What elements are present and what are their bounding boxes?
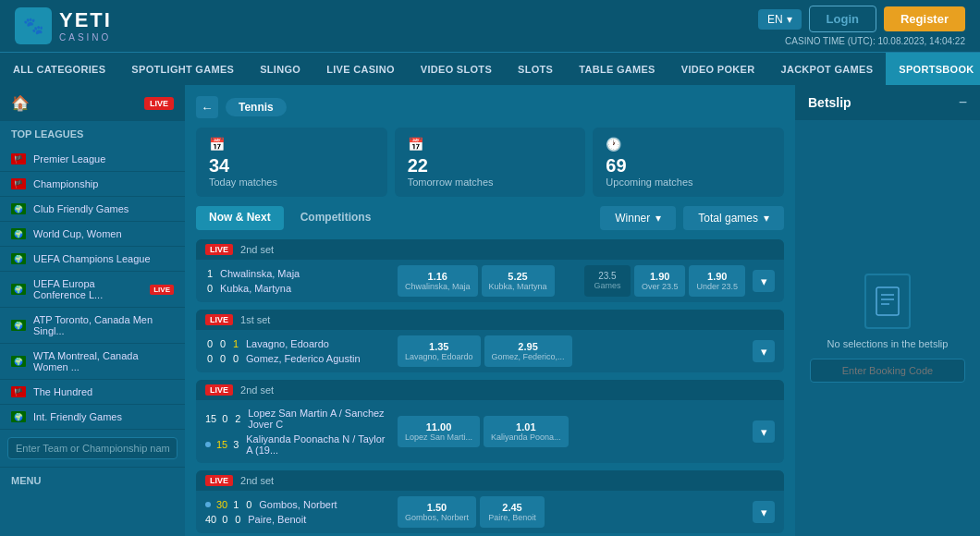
- login-button[interactable]: Login: [809, 6, 876, 32]
- nav-sportsbook[interactable]: SPORTSBOOK: [886, 53, 980, 85]
- betslip-title: Betslip: [808, 95, 851, 110]
- team-scores: 30 1 0: [216, 499, 253, 510]
- booking-code-input[interactable]: [810, 359, 965, 383]
- home-icon: 🏠: [11, 94, 30, 112]
- team-name: Lavagno, Edoardo: [246, 338, 329, 349]
- breadcrumb: ← Tennis: [196, 96, 784, 118]
- lang-button[interactable]: EN ▾: [758, 9, 802, 30]
- teams-2: 0 0 1 Lavagno, Edoardo 0 0 0 Gomez, Fede…: [205, 336, 390, 366]
- nav-spotlight[interactable]: SPOTLIGHT GAMES: [118, 53, 247, 85]
- team-name: Kubka, Martyna: [220, 283, 291, 294]
- league-item-hundred[interactable]: 🏴 The Hundred: [0, 380, 185, 405]
- league-item-ucl[interactable]: 🌍 UEFA Champions League: [0, 247, 185, 272]
- match-header-4: LIVE 2nd set: [196, 470, 784, 491]
- teams-4: 30 1 0 Gombos, Norbert 40 0 0 Paire, Ben…: [205, 497, 390, 527]
- nav-slots[interactable]: SLOTS: [505, 53, 566, 85]
- team-scores-2: 0: [205, 283, 214, 294]
- search-input[interactable]: [7, 437, 178, 459]
- nav-table-games[interactable]: TABLE GAMES: [566, 53, 668, 85]
- expand-button[interactable]: ▾: [753, 340, 775, 362]
- odds-group-2: 1.35Lavagno, Edoardo 2.95Gomez, Federico…: [398, 335, 745, 367]
- sidebar-home[interactable]: 🏠 LIVE: [0, 85, 185, 121]
- league-name: World Cup, Women: [33, 228, 122, 239]
- register-button[interactable]: Register: [884, 6, 965, 31]
- calendar-icon: 📅: [209, 137, 374, 152]
- match-body-2: 0 0 1 Lavagno, Edoardo 0 0 0 Gomez, Fede…: [196, 330, 784, 372]
- england-flag-icon: 🏴: [11, 153, 26, 164]
- nav-video-slots[interactable]: VIDEO SLOTS: [408, 53, 505, 85]
- nav-live-casino[interactable]: Live CASINO: [313, 53, 408, 85]
- under-btn[interactable]: 1.90Under 23.5: [689, 265, 745, 297]
- nav-all-categories[interactable]: ALL CATEGORIES: [0, 53, 118, 85]
- serve-indicator: [205, 502, 211, 507]
- league-name: WTA Montreal, Canada Women ...: [33, 350, 174, 372]
- odd-button-2[interactable]: 2.95Gomez, Federico,...: [484, 335, 572, 367]
- league-item-uecl[interactable]: 🌍 UEFA Europa Conference L... LIVE: [0, 272, 185, 308]
- team-row-2: 0 Kubka, Martyna: [205, 281, 390, 296]
- league-name: UEFA Europa Conference L...: [33, 278, 142, 300]
- team-scores: 0 0 0: [205, 353, 240, 364]
- league-item-championship[interactable]: 🏴 Championship: [0, 172, 185, 197]
- odd-button-2[interactable]: 1.01Kaliyanda Poona...: [484, 416, 569, 447]
- logo-yeti: YETI: [59, 9, 112, 31]
- tab-competitions[interactable]: Competitions: [288, 206, 385, 230]
- back-button[interactable]: ←: [196, 96, 218, 118]
- league-item-world-cup-women[interactable]: 🌍 World Cup, Women: [0, 222, 185, 247]
- betslip-empty-state: No selections in the betslip: [795, 120, 980, 536]
- serve-indicator: [205, 442, 211, 447]
- expand-button[interactable]: ▾: [753, 501, 775, 523]
- over-btn[interactable]: 1.90Over 23.5: [634, 265, 686, 297]
- odd-button-2[interactable]: 2.45Paire, Benoit: [480, 496, 545, 528]
- team-row-2: 0 0 0 Gomez, Federico Agustin: [205, 351, 390, 366]
- globe-icon: 🌍: [11, 320, 26, 331]
- league-item-club-friendly[interactable]: 🌍 Club Friendly Games: [0, 197, 185, 222]
- league-item-premier[interactable]: 🏴 Premier League: [0, 147, 185, 172]
- calendar-icon: 📅: [408, 137, 573, 152]
- globe-icon: 🌍: [11, 411, 26, 422]
- stat-boxes: 📅 34 Today matches 📅 22 Tomorrow matches…: [196, 128, 784, 197]
- nav-video-poker[interactable]: VIDEO POKER: [668, 53, 768, 85]
- odd-button-1[interactable]: 1.35Lavagno, Edoardo: [398, 335, 481, 367]
- odd-button-1[interactable]: 1.50Gombos, Norbert: [398, 496, 476, 528]
- league-name: Club Friendly Games: [33, 203, 129, 214]
- main-layout: 🏠 LIVE Top leagues 🏴 Premier League 🏴 Ch…: [0, 85, 980, 536]
- globe-icon: 🌍: [11, 253, 26, 264]
- league-name: Championship: [33, 178, 98, 189]
- live-indicator: LIVE: [205, 384, 233, 396]
- globe-icon: 🌍: [11, 356, 26, 367]
- team-scores: 0 0 1: [205, 338, 240, 349]
- total-games-filter-button[interactable]: Total games ▾: [683, 206, 784, 230]
- odd-button-1[interactable]: 11.00Lopez San Marti...: [398, 416, 480, 447]
- top-bar: 🐾 YETI CASINO EN ▾ Login Register CASINO…: [0, 0, 980, 52]
- upcoming-count: 69: [606, 155, 771, 177]
- odds-group-1: 1.16Chwalinska, Maja 5.25Kubka, Martyna: [398, 265, 577, 297]
- set-info: 1st set: [240, 314, 270, 325]
- match-card-2: LIVE 1st set 0 0 1 Lavagno, Edoardo: [196, 310, 784, 372]
- betslip-header: Betslip −: [795, 85, 980, 120]
- logo-icon: 🐾: [15, 7, 52, 44]
- team-scores: 15 0 2: [205, 413, 242, 424]
- tab-now-next[interactable]: Now & Next: [196, 206, 284, 230]
- tomorrow-label: Tomorrow matches: [408, 177, 573, 188]
- england-flag-icon: 🏴: [11, 178, 26, 189]
- nav-bar: ALL CATEGORIES SPOTLIGHT GAMES SLINGO Li…: [0, 52, 980, 85]
- expand-button[interactable]: ▾: [753, 420, 775, 443]
- odd-button-1[interactable]: 1.16Chwalinska, Maja: [398, 265, 478, 297]
- odd-button-2[interactable]: 5.25Kubka, Martyna: [482, 265, 555, 297]
- stat-box-upcoming: 🕐 69 Upcoming matches: [593, 128, 784, 197]
- betslip-close-button[interactable]: −: [959, 94, 967, 111]
- teams-1: 1 Chwalinska, Maja 0 Kubka, Martyna: [205, 266, 390, 296]
- nav-slingo[interactable]: SLINGO: [247, 53, 313, 85]
- nav-jackpot-games[interactable]: Jackpot GAMES: [767, 53, 886, 85]
- expand-button[interactable]: ▾: [753, 270, 775, 292]
- winner-filter-button[interactable]: Winner ▾: [600, 206, 676, 230]
- clock-icon: 🕐: [606, 137, 771, 152]
- league-item-atp[interactable]: 🌍 ATP Toronto, Canada Men Singl...: [0, 308, 185, 344]
- league-item-wta[interactable]: 🌍 WTA Montreal, Canada Women ...: [0, 344, 185, 380]
- league-item-int-friendly[interactable]: 🌍 Int. Friendly Games: [0, 405, 185, 430]
- casino-time: CASINO TIME (UTC): 10.08.2023, 14:04:22: [785, 36, 965, 46]
- stat-box-tomorrow: 📅 22 Tomorrow matches: [395, 128, 586, 197]
- odds-group-3: 11.00Lopez San Marti... 1.01Kaliyanda Po…: [398, 416, 745, 447]
- match-body-3: 15 0 2 Lopez San Martin A / Sanchez Jove…: [196, 400, 784, 463]
- league-name: The Hundred: [33, 386, 92, 397]
